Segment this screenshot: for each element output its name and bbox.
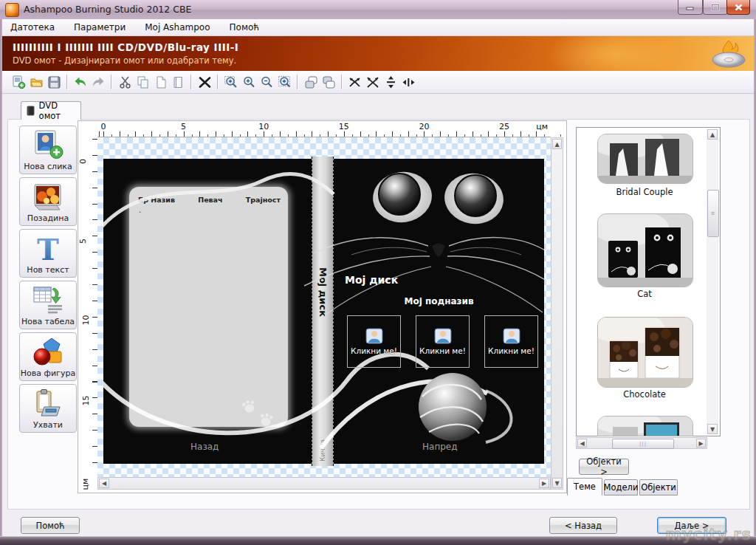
zoom-selection-icon: [278, 75, 292, 89]
new-image-button[interactable]: [10, 73, 27, 91]
cat-thumbnail: [598, 214, 693, 287]
help-button[interactable]: Помоћ: [21, 517, 80, 534]
toolbar-separator: [341, 75, 343, 89]
menu-file[interactable]: Датотека: [10, 22, 55, 32]
delete-button[interactable]: [196, 73, 213, 91]
copy-button[interactable]: [134, 73, 151, 91]
tab-objects[interactable]: Објекти: [639, 479, 678, 496]
front-title[interactable]: Мој диск: [345, 274, 398, 286]
save-button[interactable]: [45, 73, 63, 91]
portrait-icon: [503, 328, 520, 344]
theme-item-bridal-couple[interactable]: [597, 134, 693, 184]
click-me-label: Кликни ме!: [351, 346, 397, 355]
menu-help[interactable]: Помоћ: [230, 22, 260, 32]
ruler-label: 5: [181, 122, 186, 131]
click-me-placeholder-1[interactable]: Кликни ме!: [347, 315, 401, 368]
duplicate-button[interactable]: [169, 73, 187, 91]
paste-icon: [154, 75, 168, 89]
flip-vertical-button[interactable]: [364, 73, 382, 91]
theme-item-chocolate[interactable]: [597, 317, 693, 388]
menu-my-ashampoo[interactable]: Moj Ashampoo: [145, 22, 210, 32]
distribute-horizontal-button[interactable]: [399, 73, 417, 91]
zoom-out-button[interactable]: [258, 73, 275, 91]
theme-item-cat[interactable]: [597, 213, 693, 287]
tab-label: DVD омот: [39, 100, 80, 121]
paste-button[interactable]: [151, 73, 169, 91]
flip-horizontal-button[interactable]: [346, 73, 364, 91]
back-panel-label: Назад: [190, 442, 219, 452]
scroll-right-icon[interactable]: ▶: [539, 479, 549, 488]
redo-button[interactable]: [89, 73, 107, 91]
tool-label: Нов текст: [27, 265, 69, 275]
minimize-button[interactable]: [678, 0, 703, 15]
app-icon: [5, 3, 19, 17]
watermark: mycity.rs: [665, 526, 752, 544]
distribute-vertical-icon: [384, 75, 398, 89]
scroll-left-icon[interactable]: ◀: [99, 479, 109, 488]
undo-button[interactable]: [72, 73, 89, 91]
scroll-down-icon[interactable]: ▼: [552, 478, 562, 488]
new-table-tool-button[interactable]: Нова табела: [19, 281, 77, 329]
ruler-label: 10: [81, 315, 91, 326]
click-me-label: Кликни ме!: [419, 346, 466, 355]
portrait-icon: [434, 328, 452, 344]
ruler-label: 0: [78, 159, 88, 164]
ruler-label: 25: [499, 122, 509, 131]
scroll-down-icon[interactable]: ▼: [707, 424, 718, 434]
spine-title: Мој диск: [317, 267, 329, 317]
themes-horizontal-scrollbar[interactable]: ◀ ||| ▶: [576, 437, 707, 449]
ruler-label: 5: [78, 239, 88, 244]
menu-options[interactable]: Параметри: [74, 22, 126, 32]
zoom-selection-button[interactable]: [275, 73, 293, 91]
toolbar-separator: [111, 75, 112, 89]
scroll-thumb[interactable]: ≡: [707, 190, 719, 237]
new-text-tool-button[interactable]: T Нов текст: [19, 229, 77, 278]
click-me-label: Кликни ме!: [488, 346, 535, 355]
click-me-placeholder-2[interactable]: Кликни ме!: [416, 315, 470, 368]
open-button[interactable]: [27, 73, 45, 91]
ruler-unit: цм: [80, 479, 90, 490]
cover-spine[interactable]: Мој диск Кичма: [312, 157, 334, 466]
front-subtitle[interactable]: Мој подназив: [334, 296, 544, 306]
back-button[interactable]: < Назад: [549, 517, 617, 534]
canvas-vertical-scrollbar[interactable]: ▲ ▼: [551, 137, 563, 490]
scroll-thumb[interactable]: |||: [612, 439, 674, 449]
new-shape-tool-button[interactable]: Нова фигура: [19, 332, 77, 381]
window-border: [0, 19, 2, 536]
themes-vertical-scrollbar[interactable]: ▲ ≡ ▼: [707, 129, 718, 434]
dvd-cover[interactable]: Бр Назив Певач Трајност . Мој диск Кичма: [103, 159, 544, 464]
canvas-horizontal-scrollbar[interactable]: ◀ ▶: [97, 477, 551, 490]
objects-button[interactable]: Објекти >: [579, 459, 629, 475]
tab-dvd-cover[interactable]: DVD омот: [21, 101, 81, 120]
design-canvas[interactable]: Бр Назив Певач Трајност . Мој диск Кичма: [97, 137, 551, 477]
zoom-in-button[interactable]: [240, 73, 258, 91]
new-text-icon: T: [32, 233, 64, 264]
distribute-vertical-button[interactable]: [382, 73, 399, 91]
ruler-label: 15: [339, 122, 349, 131]
maximize-icon: [711, 4, 720, 11]
tab-themes[interactable]: Теме: [567, 478, 602, 496]
scroll-left-icon[interactable]: ◀: [577, 439, 587, 448]
scroll-up-icon[interactable]: ▲: [707, 129, 718, 140]
zoom-out-icon: [260, 75, 274, 89]
scroll-up-icon[interactable]: ▲: [552, 139, 562, 149]
send-backward-button[interactable]: [320, 73, 337, 91]
delete-icon: [198, 75, 212, 89]
background-tool-button[interactable]: Позадина: [19, 177, 77, 226]
click-me-placeholder-3[interactable]: Кликни ме!: [484, 315, 538, 368]
scroll-right-icon[interactable]: ▶: [696, 439, 706, 448]
new-image-tool-button[interactable]: Нова слика: [19, 126, 77, 174]
close-icon: [735, 4, 743, 11]
zoom-fit-button[interactable]: [222, 73, 240, 91]
flip-horizontal-icon: [348, 75, 362, 89]
bring-forward-button[interactable]: [302, 73, 320, 91]
track-table[interactable]: Бр Назив Певач Трајност .: [129, 187, 288, 427]
close-button[interactable]: [726, 0, 750, 15]
cut-button[interactable]: [116, 73, 134, 91]
toolbar-separator: [190, 75, 192, 89]
maximize-button[interactable]: [703, 0, 728, 15]
theme-item-partial[interactable]: [597, 416, 693, 436]
chocolate-thumbnail: [598, 318, 693, 387]
tab-models[interactable]: Модели: [604, 479, 638, 496]
capture-tool-button[interactable]: Ухвати: [19, 384, 77, 433]
